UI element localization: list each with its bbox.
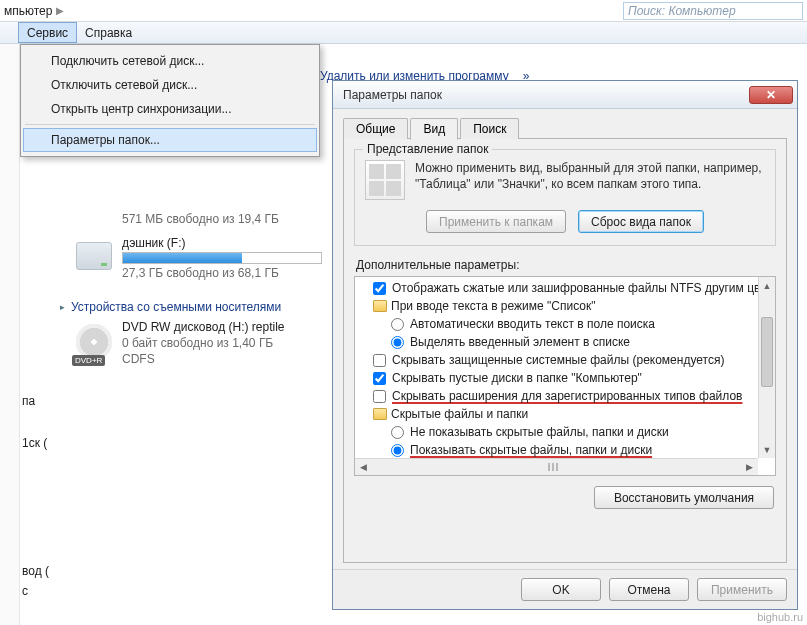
dialog-footer: OK Отмена Применить	[333, 569, 797, 609]
breadcrumb[interactable]: мпьютер ▶	[4, 4, 623, 18]
dialog-titlebar[interactable]: Параметры папок ✕	[333, 81, 797, 109]
hdd-icon	[76, 242, 112, 270]
tree-item[interactable]: Отображать сжатые или зашифрованные файл…	[357, 279, 756, 297]
tree-label: Автоматически вводить текст в поле поиск…	[410, 317, 655, 331]
tree-viewport[interactable]: Отображать сжатые или зашифрованные файл…	[355, 277, 758, 458]
drive-free-space: 27,3 ГБ свободно из 68,1 ГБ	[122, 266, 322, 280]
tree-item[interactable]: Скрывать защищенные системные файлы (рек…	[357, 351, 756, 369]
tree-item[interactable]: Скрывать пустые диски в папке "Компьютер…	[357, 369, 756, 387]
menu-bar: Сервис Справка	[0, 22, 807, 44]
breadcrumb-text: мпьютер	[4, 4, 52, 18]
group-description: Можно применить вид, выбранный для этой …	[415, 160, 765, 192]
vertical-scrollbar[interactable]: ▲ ▼	[758, 277, 775, 458]
checkbox[interactable]	[373, 354, 386, 367]
tree-item[interactable]: Не показывать скрытые файлы, папки и дис…	[357, 423, 756, 441]
checkbox[interactable]	[373, 282, 386, 295]
tree-label: Показывать скрытые файлы, папки и диски	[410, 443, 652, 457]
scroll-left-icon[interactable]: ◀	[355, 459, 372, 475]
tab-panel-view: Представление папок Можно применить вид,…	[343, 139, 787, 563]
dialog-body: Общие Вид Поиск Представление папок Можн…	[333, 109, 797, 569]
radio[interactable]	[391, 426, 404, 439]
menu-folder-options[interactable]: Параметры папок...	[23, 128, 317, 152]
tree-label: Скрывать расширения для зарегистрированн…	[392, 389, 742, 403]
drive-filesystem: CDFS	[122, 352, 285, 366]
search-placeholder: Поиск: Компьютер	[628, 4, 736, 18]
folder-icon	[373, 408, 387, 420]
scroll-grip-icon	[548, 463, 566, 471]
nav-pane-edge	[0, 44, 20, 625]
horizontal-scrollbar[interactable]: ◀ ▶	[355, 458, 758, 475]
tab-view[interactable]: Вид	[410, 118, 458, 140]
tree-label: Скрывать защищенные системные файлы (рек…	[392, 353, 724, 367]
cropped-text: с	[22, 584, 28, 598]
apply-button[interactable]: Применить	[697, 578, 787, 601]
menu-disconnect-network-drive[interactable]: Отключить сетевой диск...	[23, 73, 317, 97]
tree-item-hide-extensions[interactable]: Скрывать расширения для зарегистрированн…	[357, 387, 756, 405]
scroll-thumb[interactable]	[761, 317, 773, 387]
tree-label: Скрывать пустые диски в папке "Компьютер…	[392, 371, 642, 385]
address-bar: мпьютер ▶ Поиск: Компьютер	[0, 0, 807, 22]
close-button[interactable]: ✕	[749, 86, 793, 104]
folder-icon	[373, 300, 387, 312]
tree-item[interactable]: При вводе текста в режиме "Список"	[357, 297, 756, 315]
reset-folders-button[interactable]: Сброс вида папок	[578, 210, 704, 233]
drive-name: DVD RW дисковод (H:) reptile	[122, 320, 285, 334]
folder-options-dialog: Параметры папок ✕ Общие Вид Поиск Предст…	[332, 80, 798, 610]
tree-item[interactable]: Скрытые файлы и папки	[357, 405, 756, 423]
disclosure-triangle-icon: ▸	[60, 302, 65, 312]
restore-defaults-button[interactable]: Восстановить умолчания	[594, 486, 774, 509]
drive-free-space: 0 байт свободно из 1,40 ГБ	[122, 336, 285, 350]
tab-strip: Общие Вид Поиск	[343, 115, 787, 139]
checkbox[interactable]	[373, 372, 386, 385]
advanced-settings-tree: Отображать сжатые или зашифрованные файл…	[354, 276, 776, 476]
dvd-badge: DVD+R	[72, 355, 105, 366]
radio[interactable]	[391, 318, 404, 331]
dvd-icon: DVD+R	[76, 324, 112, 360]
scroll-up-icon[interactable]: ▲	[759, 277, 775, 294]
checkbox[interactable]	[373, 390, 386, 403]
search-input[interactable]: Поиск: Компьютер	[623, 2, 803, 20]
tree-label: Не показывать скрытые файлы, папки и дис…	[410, 425, 669, 439]
dialog-title: Параметры папок	[343, 88, 749, 102]
advanced-settings-label: Дополнительные параметры:	[356, 258, 776, 272]
cropped-text: 1ск (	[22, 436, 47, 450]
tab-search[interactable]: Поиск	[460, 118, 519, 139]
tree-label: При вводе текста в режиме "Список"	[391, 299, 596, 313]
menu-service[interactable]: Сервис	[18, 22, 77, 43]
close-icon: ✕	[766, 88, 776, 102]
apply-to-folders-button[interactable]: Применить к папкам	[426, 210, 566, 233]
scroll-right-icon[interactable]: ▶	[741, 459, 758, 475]
cancel-button[interactable]: Отмена	[609, 578, 689, 601]
tree-item[interactable]: Выделять введенный элемент в списке	[357, 333, 756, 351]
menu-help[interactable]: Справка	[77, 22, 140, 43]
section-label: Устройства со съемными носителями	[71, 300, 281, 314]
menu-open-sync-center[interactable]: Открыть центр синхронизации...	[23, 97, 317, 121]
radio[interactable]	[391, 444, 404, 457]
folder-preview-icon	[365, 160, 405, 200]
tree-item-show-hidden[interactable]: Показывать скрытые файлы, папки и диски	[357, 441, 756, 458]
tree-label: Выделять введенный элемент в списке	[410, 335, 630, 349]
menu-connect-network-drive[interactable]: Подключить сетевой диск...	[23, 49, 317, 73]
scroll-down-icon[interactable]: ▼	[759, 441, 775, 458]
tab-general[interactable]: Общие	[343, 118, 408, 139]
drive-free-space: 571 МБ свободно из 19,4 ГБ	[122, 212, 279, 226]
service-menu-dropdown: Подключить сетевой диск... Отключить сет…	[20, 44, 320, 157]
tree-label: Отображать сжатые или зашифрованные файл…	[392, 281, 758, 295]
tree-label: Скрытые файлы и папки	[391, 407, 528, 421]
folder-views-group: Представление папок Можно применить вид,…	[354, 149, 776, 246]
chevron-right-icon: ▶	[56, 5, 64, 16]
group-title: Представление папок	[363, 142, 492, 156]
cropped-text: вод (	[22, 564, 49, 578]
radio[interactable]	[391, 336, 404, 349]
cropped-text: па	[22, 394, 35, 408]
menu-separator	[25, 124, 315, 125]
drive-name: дэшник (F:)	[122, 236, 322, 250]
tree-item[interactable]: Автоматически вводить текст в поле поиск…	[357, 315, 756, 333]
ok-button[interactable]: OK	[521, 578, 601, 601]
watermark: bighub.ru	[757, 611, 803, 623]
drive-usage-bar	[122, 252, 322, 264]
